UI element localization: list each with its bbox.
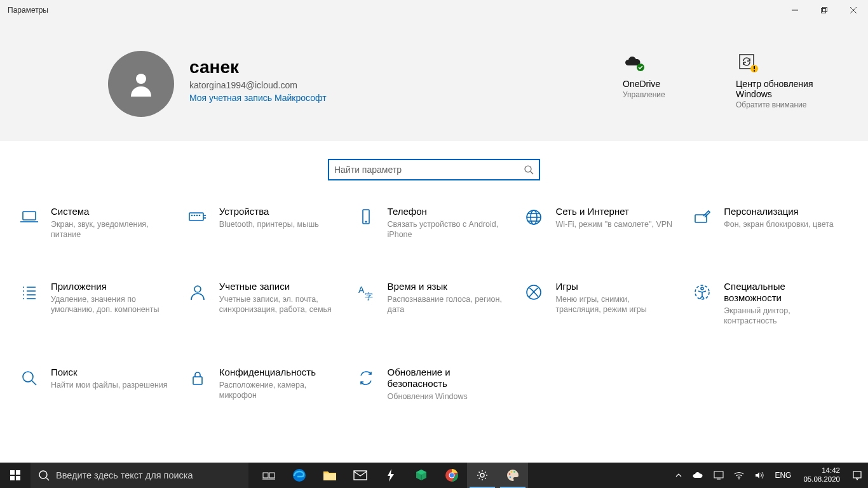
category-desc: Распознавание голоса, регион, дата (388, 294, 508, 315)
explorer-app[interactable] (315, 463, 345, 488)
taskbar-search[interactable]: Введите здесь текст для поиска (31, 463, 248, 488)
category-gaming[interactable]: ИгрыМеню игры, снимки, трансляция, режим… (524, 278, 681, 327)
category-phone[interactable]: ТелефонСвязать устройство с Android, iPh… (356, 203, 513, 240)
sync-arrows-icon (356, 368, 376, 388)
system-tray: ENG 14:42 05.08.2020 (672, 463, 868, 488)
windows-icon (10, 470, 20, 480)
tray-clock[interactable]: 14:42 05.08.2020 (798, 466, 845, 484)
svg-point-65 (513, 471, 515, 473)
category-desc: Экранный диктор, контрастность (724, 306, 844, 327)
windows-update-tile[interactable]: Центр обновления Windows Обратите вниман… (736, 51, 818, 141)
person-icon (187, 282, 208, 302)
svg-rect-29 (695, 215, 707, 222)
svg-rect-46 (193, 377, 202, 384)
svg-point-64 (511, 471, 513, 473)
list-icon (19, 282, 39, 302)
svg-point-61 (450, 473, 454, 478)
keyboard-icon (187, 207, 208, 227)
lightning-app[interactable] (376, 463, 406, 488)
svg-point-21 (199, 215, 200, 216)
category-update-security[interactable]: Обновление и безопасностьОбновления Wind… (356, 364, 513, 402)
header-tiles: OneDrive Управление Центр обновления Win… (623, 51, 818, 141)
category-desc: Меню игры, снимки, трансляция, режим игр… (555, 294, 676, 315)
search-box[interactable] (328, 159, 540, 180)
category-time-language[interactable]: A字 Время и языкРаспознавание голоса, рег… (356, 278, 513, 327)
mail-icon (353, 470, 367, 480)
taskbar: Введите здесь текст для поиска ENG 14:42… (0, 463, 868, 488)
tray-wifi[interactable] (731, 463, 747, 488)
category-title: Поиск (51, 367, 168, 378)
category-privacy[interactable]: КонфиденциальностьРасположение, камера, … (187, 364, 344, 402)
settings-app[interactable] (467, 463, 498, 488)
accessibility-icon (692, 282, 712, 302)
chrome-app[interactable] (437, 463, 467, 488)
category-title: Персонализация (724, 206, 834, 217)
laptop-icon (19, 207, 39, 227)
tray-volume[interactable] (751, 463, 768, 488)
onedrive-tile[interactable]: OneDrive Управление (623, 51, 705, 141)
cube-app[interactable] (406, 463, 437, 488)
category-title: Игры (555, 281, 676, 292)
categories-grid: СистемаЭкран, звук, уведомления, питание… (0, 203, 868, 402)
start-button[interactable] (0, 463, 31, 488)
svg-line-52 (46, 478, 49, 480)
folder-icon (323, 470, 337, 481)
svg-rect-50 (16, 476, 20, 480)
svg-point-51 (39, 471, 47, 478)
svg-point-69 (739, 478, 740, 480)
svg-rect-53 (263, 473, 268, 478)
category-accounts[interactable]: Учетные записиУчетные записи, эл. почта,… (187, 278, 344, 327)
window-title: Параметры (8, 6, 780, 15)
category-system[interactable]: СистемаЭкран, звук, уведомления, питание (19, 203, 176, 240)
globe-icon (524, 207, 544, 227)
category-desc: Bluetooth, принтеры, мышь (219, 219, 319, 229)
edge-app[interactable] (284, 463, 315, 488)
microsoft-account-link[interactable]: Моя учетная запись Майкрософт (189, 93, 327, 103)
category-title: Обновление и безопасность (388, 367, 508, 390)
paint-app[interactable] (498, 463, 528, 488)
taskview-icon (262, 470, 275, 480)
gear-icon (476, 469, 489, 482)
avatar[interactable] (108, 51, 174, 117)
category-search[interactable]: ПоискНайти мои файлы, разрешения (19, 364, 176, 402)
action-center[interactable] (849, 463, 865, 488)
svg-point-18 (191, 215, 192, 216)
maximize-button[interactable] (810, 0, 839, 20)
title-bar: Параметры (0, 0, 868, 20)
tray-date: 05.08.2020 (803, 475, 840, 484)
category-accessibility[interactable]: Специальные возможностиЭкранный диктор, … (692, 278, 849, 327)
svg-rect-49 (10, 476, 15, 480)
tray-onedrive[interactable] (689, 463, 707, 488)
taskbar-search-placeholder: Введите здесь текст для поиска (56, 470, 193, 480)
category-apps[interactable]: ПриложенияУдаление, значения по умолчани… (19, 278, 176, 327)
lock-icon (187, 368, 208, 388)
category-network[interactable]: Сеть и ИнтернетWi-Fi, режим "в самолете"… (524, 203, 681, 240)
mail-app[interactable] (345, 463, 376, 488)
svg-rect-10 (754, 71, 755, 72)
svg-point-11 (525, 166, 531, 172)
category-devices[interactable]: УстройстваBluetooth, принтеры, мышь (187, 203, 344, 240)
close-button[interactable] (839, 0, 868, 20)
svg-rect-1 (822, 9, 826, 13)
category-title: Учетные записи (219, 281, 340, 292)
volume-icon (754, 471, 764, 480)
search-icon (520, 165, 534, 175)
xbox-icon (524, 282, 544, 302)
category-title: Специальные возможности (724, 281, 844, 304)
category-title: Приложения (51, 281, 172, 292)
category-desc: Удаление, значения по умолчанию, доп. ко… (51, 294, 172, 315)
category-desc: Wi-Fi, режим "в самолете", VPN (555, 219, 672, 229)
svg-line-3 (850, 7, 857, 13)
tray-nvidia[interactable] (710, 463, 727, 488)
svg-line-4 (850, 7, 857, 13)
search-input[interactable] (334, 165, 520, 175)
category-desc: Учетные записи, эл. почта, синхронизация… (219, 294, 340, 315)
minimize-button[interactable] (780, 0, 810, 20)
category-desc: Фон, экран блокировки, цвета (724, 219, 834, 229)
taskbar-apps (248, 463, 528, 488)
category-personalization[interactable]: ПерсонализацияФон, экран блокировки, цве… (692, 203, 849, 240)
svg-point-63 (509, 473, 511, 475)
tray-language[interactable]: ENG (771, 463, 794, 488)
tray-chevron[interactable] (672, 463, 685, 488)
task-view-button[interactable] (254, 463, 284, 488)
